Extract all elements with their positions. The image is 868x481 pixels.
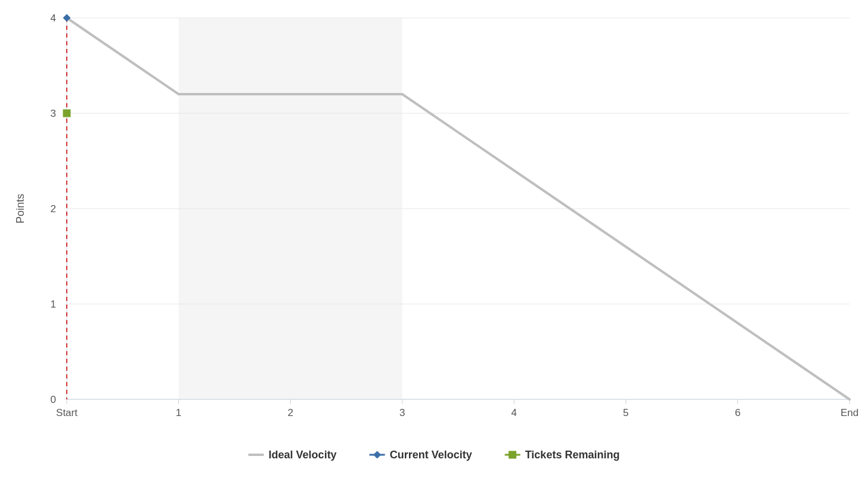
burndown-chart: 01234Start123456EndPointsIdeal VelocityC…: [0, 0, 868, 481]
legend-item-ideal-velocity[interactable]: Ideal Velocity: [249, 449, 337, 461]
y-tick-label: 4: [51, 13, 56, 24]
y-tick-label: 1: [51, 299, 56, 310]
x-tick-label: 5: [623, 407, 628, 418]
x-tick-label: Start: [56, 407, 78, 418]
legend-diamond-icon: [374, 451, 381, 458]
y-tick-label: 0: [51, 394, 56, 405]
y-tick-label: 2: [51, 203, 56, 215]
y-axis-title: Points: [14, 194, 26, 224]
legend-item-tickets-remaining[interactable]: Tickets Remaining: [505, 449, 620, 461]
x-tick-label: End: [841, 407, 858, 418]
legend-label: Tickets Remaining: [525, 449, 620, 461]
x-tick-label: 6: [735, 407, 740, 418]
x-tick-label: 4: [512, 407, 517, 418]
legend-square-icon: [509, 451, 516, 458]
x-tick-label: 2: [287, 407, 293, 418]
x-tick-label: 3: [399, 407, 405, 418]
legend-label: Current Velocity: [390, 449, 472, 461]
x-tick-label: 1: [176, 407, 181, 418]
legend-item-current-velocity[interactable]: Current Velocity: [370, 449, 472, 461]
y-tick-label: 3: [51, 108, 56, 119]
legend-label: Ideal Velocity: [269, 449, 337, 461]
point-tickets-remaining[interactable]: [63, 110, 70, 117]
chart-svg: 01234Start123456EndPointsIdeal VelocityC…: [0, 0, 868, 481]
